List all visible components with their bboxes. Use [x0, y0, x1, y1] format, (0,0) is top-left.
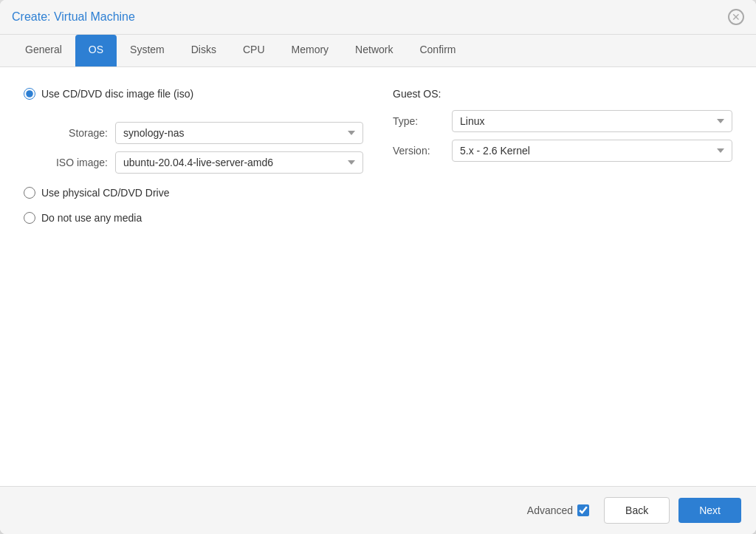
title-bar: Create: Virtual Machine ✕ [0, 0, 756, 35]
storage-label: Storage: [41, 127, 108, 139]
guest-version-row: Version: 5.x - 2.6 Kernel [393, 140, 732, 162]
option-no-media[interactable]: Do not use any media [24, 212, 363, 224]
back-button[interactable]: Back [604, 497, 670, 524]
option-physical[interactable]: Use physical CD/DVD Drive [24, 187, 363, 199]
tab-general[interactable]: General [12, 35, 75, 66]
radio-physical[interactable] [24, 187, 35, 199]
guest-type-row: Type: Linux [393, 110, 732, 132]
version-label: Version: [393, 145, 444, 157]
iso-row: ISO image: ubuntu-20.04.4-live-server-am… [41, 151, 363, 174]
radio-no-media-label: Do not use any media [41, 212, 142, 224]
type-label: Type: [393, 115, 444, 127]
iso-label: ISO image: [41, 157, 108, 168]
footer: Advanced Back Next [0, 486, 756, 534]
tab-system[interactable]: System [117, 35, 178, 66]
iso-select[interactable]: ubuntu-20.04.4-live-server-amd6 [115, 151, 363, 174]
tab-bar: General OS System Disks CPU Memory Netwo… [0, 35, 756, 67]
option-cd-dvd[interactable]: Use CD/DVD disc image file (iso) [24, 88, 363, 100]
radio-physical-label: Use physical CD/DVD Drive [41, 187, 169, 199]
radio-group: Use CD/DVD disc image file (iso) Storage… [24, 88, 363, 224]
storage-select[interactable]: synology-nas [115, 122, 363, 144]
storage-row: Storage: synology-nas [41, 122, 363, 144]
next-button[interactable]: Next [678, 498, 741, 523]
tab-cpu[interactable]: CPU [230, 35, 278, 66]
type-select[interactable]: Linux [452, 110, 732, 132]
advanced-checkbox[interactable] [577, 504, 589, 516]
section-row: Use CD/DVD disc image file (iso) Storage… [24, 88, 732, 224]
tab-network[interactable]: Network [342, 35, 406, 66]
tab-os[interactable]: OS [75, 35, 117, 66]
create-vm-dialog: Create: Virtual Machine ✕ General OS Sys… [0, 0, 756, 534]
radio-no-media[interactable] [24, 212, 35, 224]
tab-memory[interactable]: Memory [278, 35, 343, 66]
guest-os-title: Guest OS: [393, 88, 732, 100]
version-select[interactable]: 5.x - 2.6 Kernel [452, 140, 732, 162]
main-content: Use CD/DVD disc image file (iso) Storage… [0, 67, 756, 486]
right-section: Guest OS: Type: Linux Version: 5.x - 2.6… [393, 88, 732, 224]
radio-cd-dvd[interactable] [24, 88, 35, 100]
tab-confirm[interactable]: Confirm [406, 35, 469, 66]
cd-dvd-fields: Storage: synology-nas ISO image: ubuntu-… [41, 122, 363, 174]
advanced-label[interactable]: Advanced [527, 504, 589, 516]
advanced-text: Advanced [527, 504, 573, 516]
radio-cd-dvd-label: Use CD/DVD disc image file (iso) [41, 88, 193, 100]
close-button[interactable]: ✕ [728, 9, 744, 25]
dialog-title: Create: Virtual Machine [12, 10, 135, 24]
left-section: Use CD/DVD disc image file (iso) Storage… [24, 88, 363, 224]
tab-disks[interactable]: Disks [178, 35, 230, 66]
